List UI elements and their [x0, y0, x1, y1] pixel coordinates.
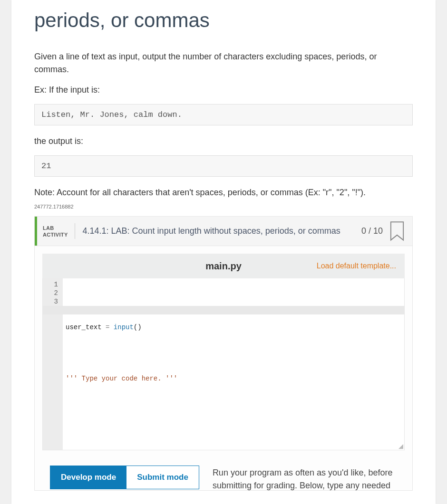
- bookmark-icon[interactable]: [389, 217, 412, 246]
- code-area[interactable]: user_text = input() ''' Type your code h…: [63, 278, 404, 450]
- lab-badge: LAB ACTIVITY: [35, 217, 75, 246]
- lab-title: 4.14.1: LAB: Count input length without …: [75, 217, 359, 246]
- line-gutter: 1 2 3 4: [43, 278, 63, 450]
- lab-badge-line1: LAB: [43, 225, 68, 231]
- lab-badge-line2: ACTIVITY: [43, 231, 68, 238]
- fine-print-id: 247772.1716882: [34, 204, 413, 209]
- mode-description: Run your program as often as you'd like,…: [213, 466, 397, 490]
- page-wrapper: periods, or commas Given a line of text …: [11, 0, 436, 504]
- mode-toggle: Develop mode Submit mode: [50, 466, 199, 489]
- gutter-line: 3: [43, 297, 63, 306]
- problem-prompt: Given a line of text as input, output th…: [34, 50, 413, 76]
- editor-shell: main.py Load default template... 1 2 3 4…: [35, 246, 412, 490]
- code-line-1: user_text = input(): [66, 323, 401, 332]
- page-title: periods, or commas: [34, 9, 413, 32]
- problem-note: Note: Account for all characters that ar…: [34, 186, 413, 199]
- gutter-line: 2: [43, 289, 63, 297]
- example-intro: Ex: If the input is:: [34, 84, 413, 96]
- example-input-block: Listen, Mr. Jones, calm down.: [34, 104, 413, 125]
- lab-activity-box: LAB ACTIVITY 4.14.1: LAB: Count input le…: [34, 216, 413, 491]
- code-line-3: ''' Type your code here. ''': [66, 374, 401, 383]
- gutter-line: 1: [43, 280, 63, 289]
- mode-row: Develop mode Submit mode Run your progra…: [42, 450, 405, 490]
- submit-mode-button[interactable]: Submit mode: [126, 466, 199, 489]
- load-template-link[interactable]: Load default template...: [317, 262, 396, 270]
- file-header: main.py Load default template...: [42, 254, 405, 278]
- output-intro: the output is:: [34, 135, 413, 148]
- example-output-block: 21: [34, 155, 413, 177]
- lab-header: LAB ACTIVITY 4.14.1: LAB: Count input le…: [35, 217, 412, 246]
- develop-mode-button[interactable]: Develop mode: [50, 466, 126, 489]
- resize-handle[interactable]: [398, 443, 403, 449]
- lab-score: 0 / 10: [359, 217, 389, 246]
- code-line-4: [66, 400, 401, 409]
- code-line-2: [66, 349, 401, 357]
- code-editor[interactable]: 1 2 3 4 user_text = input() ''' Type you…: [42, 278, 405, 450]
